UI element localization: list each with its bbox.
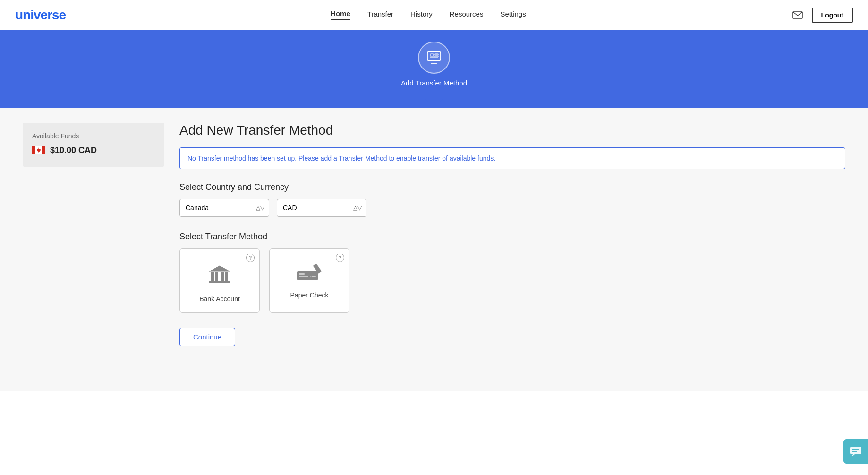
funds-value: $10.00 CAD <box>50 145 97 155</box>
funds-amount: $10.00 CAD <box>32 145 155 155</box>
nav-settings[interactable]: Settings <box>500 10 526 20</box>
info-message: No Transfer method has been set up. Plea… <box>179 147 845 169</box>
nav-history[interactable]: History <box>410 10 433 20</box>
form-area: Add New Transfer Method No Transfer meth… <box>179 123 845 376</box>
continue-button[interactable]: Continue <box>179 328 235 346</box>
country-select[interactable]: Canada United States United Kingdom <box>179 199 269 217</box>
paper-check-card[interactable]: ? Paper Check <box>269 248 349 313</box>
svg-rect-14 <box>215 272 218 281</box>
logout-button[interactable]: Logout <box>812 8 853 23</box>
canada-flag-icon <box>32 146 45 154</box>
bank-account-card[interactable]: ? Bank Account <box>179 248 260 313</box>
nav-resources[interactable]: Resources <box>450 10 484 20</box>
nav-links: Home Transfer History Resources Settings <box>331 9 526 20</box>
selects-row: Canada United States United Kingdom △▽ C… <box>179 199 845 217</box>
svg-rect-10 <box>42 146 45 154</box>
svg-rect-18 <box>297 271 318 280</box>
svg-rect-20 <box>299 276 308 277</box>
svg-rect-6 <box>435 56 438 57</box>
navbar: universe Home Transfer History Resources… <box>0 0 868 30</box>
paper-check-help-icon[interactable]: ? <box>336 254 344 262</box>
hero-banner: Add Transfer Method <box>0 30 868 108</box>
currency-select-wrapper: CAD USD GBP △▽ <box>277 199 366 217</box>
svg-rect-17 <box>209 281 230 283</box>
svg-rect-9 <box>32 146 35 154</box>
hero-arrow <box>424 97 444 108</box>
svg-rect-1 <box>427 52 441 60</box>
funds-label: Available Funds <box>32 132 155 140</box>
step-icon-circle <box>418 42 450 74</box>
app-logo: universe <box>15 8 66 23</box>
section-country-title: Select Country and Currency <box>179 182 845 192</box>
navbar-actions: Logout <box>791 8 853 23</box>
bank-icon <box>207 264 232 288</box>
svg-rect-13 <box>211 272 214 281</box>
mail-icon[interactable] <box>791 8 804 22</box>
transfer-method-cards: ? Bank Account ? <box>179 248 845 313</box>
paper-check-label: Paper Check <box>290 291 329 299</box>
svg-marker-12 <box>209 266 230 271</box>
svg-rect-19 <box>299 273 305 275</box>
nav-transfer[interactable]: Transfer <box>367 10 393 20</box>
sidebar: Available Funds $10.00 CAD <box>23 123 164 376</box>
funds-card: Available Funds $10.00 CAD <box>23 123 164 167</box>
svg-rect-5 <box>435 54 438 55</box>
svg-rect-16 <box>225 272 228 281</box>
currency-select[interactable]: CAD USD GBP <box>277 199 366 217</box>
country-select-wrapper: Canada United States United Kingdom △▽ <box>179 199 269 217</box>
nav-home[interactable]: Home <box>331 9 350 20</box>
main-content: Available Funds $10.00 CAD Add New Trans… <box>0 108 868 391</box>
page-title: Add New Transfer Method <box>179 123 845 138</box>
bank-account-help-icon[interactable]: ? <box>246 254 255 262</box>
check-icon <box>296 264 323 285</box>
svg-rect-4 <box>430 54 434 56</box>
section-method-title: Select Transfer Method <box>179 232 845 242</box>
bank-account-label: Bank Account <box>199 295 240 303</box>
svg-rect-15 <box>221 272 224 281</box>
hero-step-label: Add Transfer Method <box>401 78 467 88</box>
